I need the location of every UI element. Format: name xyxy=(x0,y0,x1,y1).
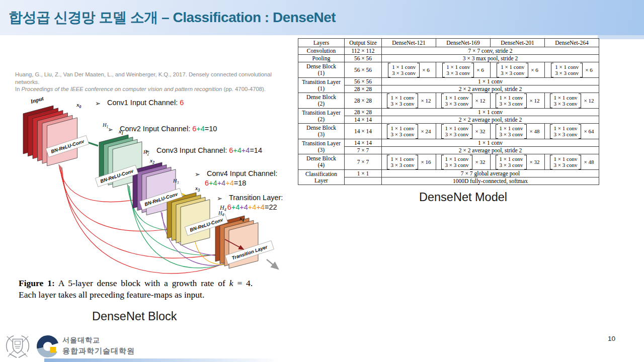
col-header-densenet-201: DenseNet-201 xyxy=(491,39,545,47)
transition-gold: +4 xyxy=(248,203,257,211)
col-header-densenet-169: DenseNet-169 xyxy=(436,39,491,47)
table-header-row: Layers Output Size DenseNet-121 DenseNet… xyxy=(298,39,599,47)
x2-label: x2 xyxy=(149,158,154,165)
classification-op-b-cell: 1000D fully-connected, softmax xyxy=(382,177,599,185)
slide-page: 합성곱 신경망 모델 소개 – Classification : DenseNe… xyxy=(0,0,644,362)
pooling-layer-cell: Pooling xyxy=(298,55,345,62)
transition-layer-3-output-b: 7 × 7 xyxy=(345,147,382,154)
x3-feature-stack xyxy=(167,193,210,245)
bullet-conv4-label: Conv4 Input Channel: xyxy=(207,169,277,177)
citation-line2-prefix: In xyxy=(15,86,22,92)
bullet-arrow-icon: ➢ xyxy=(144,146,150,156)
transition-layer-1-row-a: Transition Layer(1) 56 × 56 1 × 1 conv xyxy=(298,78,599,85)
h4-symbol: H4 xyxy=(220,204,226,211)
conv4-purple: +4 xyxy=(217,179,226,187)
bullet-transition: ➢ Transition Layer: H46+4+4+4+4=22 xyxy=(217,194,283,212)
footer-affiliation: 서울대학교 융합과학기술대학원 xyxy=(62,336,135,356)
conv3-green: +4 xyxy=(233,146,242,154)
bullet-conv1: ➢ Conv1 Input Channel: 6 xyxy=(95,99,184,108)
bullet-arrow-icon: ➢ xyxy=(95,99,101,108)
dense-block-1-169-cell: 1 × 1 conv3 × 3 conv× 6 xyxy=(436,62,491,78)
bullet-arrow-icon: ➢ xyxy=(195,169,200,179)
transition-layer-2-label-cell: Transition Layer(2) xyxy=(298,109,345,124)
transition-layer-2-output-b: 14 × 14 xyxy=(345,116,382,124)
bullet-transition-label: Transition Layer: xyxy=(229,194,283,202)
bullet-conv4: ➢ Conv4 Input Channel: 6+4+4+4=18 xyxy=(195,169,277,187)
classification-op-a-cell: 7 × 7 global average pool xyxy=(382,170,599,177)
col-header-densenet-264: DenseNet-264 xyxy=(545,39,599,47)
conv4-gold: +4 xyxy=(225,179,234,187)
green-connector-tick xyxy=(88,142,98,146)
conv1-value-red: 6 xyxy=(180,99,184,107)
classification-output-empty-cell xyxy=(345,177,382,185)
convolution-layer-cell: Convolution xyxy=(298,47,345,55)
figure-caption-pre: A 5-layer dense block with a growth rate… xyxy=(55,278,229,288)
figure-caption-post: = 4. xyxy=(233,278,253,288)
snu-crest-icon xyxy=(3,333,32,360)
dense-block-2-output-cell: 28 × 28 xyxy=(345,93,382,109)
citation-line2-italic: Proceedings of the IEEE conference on co… xyxy=(22,86,222,92)
logo-yellow-square xyxy=(50,347,56,353)
dense-block-4-row: Dense Block(4) 7 × 7 1 × 1 conv3 × 3 con… xyxy=(298,154,599,170)
dense-block-1-label-cell: Dense Block(1) xyxy=(298,62,345,78)
dense-block-4-121-cell: 1 × 1 conv3 × 3 conv× 16 xyxy=(382,154,436,170)
dense-block-2-label-cell: Dense Block(2) xyxy=(298,93,345,109)
dense-block-4-201-cell: 1 × 1 conv3 × 3 conv× 32 xyxy=(491,154,545,170)
dense-block-2-169-cell: 1 × 1 conv3 × 3 conv× 12 xyxy=(436,93,491,109)
conv2-total: =10 xyxy=(205,125,217,133)
transition-total: =22 xyxy=(265,203,277,211)
bullet-conv2: ➢ Conv2 Input Channel: 6+4=10 xyxy=(108,125,217,134)
dense-block-3-label-cell: Dense Block(3) xyxy=(298,124,345,139)
dense-block-4-label-cell: Dense Block(4) xyxy=(298,154,345,170)
transition-layer-1-label-cell: Transition Layer(1) xyxy=(298,78,345,93)
svg-text:Input: Input xyxy=(29,95,45,105)
convolution-row: Convolution 112 × 112 7 × 7 conv, stride… xyxy=(298,47,599,55)
bottom-accent-bar xyxy=(44,358,281,362)
aict-logo xyxy=(36,335,59,358)
dense-block-1-output-cell: 56 × 56 xyxy=(345,62,382,78)
transition-layer-1-output-b: 28 × 28 xyxy=(345,85,382,93)
densenet-block-label: DenseNet Block xyxy=(92,310,177,323)
dense-block-1-row: Dense Block(1) 56 × 56 1 × 1 conv3 × 3 c… xyxy=(298,62,599,78)
footer-department-name: 융합과학기술대학원 xyxy=(62,346,135,356)
dense-block-3-201-cell: 1 × 1 conv3 × 3 conv× 48 xyxy=(491,124,545,139)
dense-block-3-264-cell: 1 × 1 conv3 × 3 conv× 64 xyxy=(545,124,599,139)
footer-university-name: 서울대학교 xyxy=(62,336,135,345)
transition-layer-3-op-a: 1 × 1 conv xyxy=(382,139,599,147)
classification-label-cell: ClassificationLayer xyxy=(298,170,345,185)
dense-block-1-121-cell: 1 × 1 conv3 × 3 conv× 6 xyxy=(382,62,436,78)
classification-output-cell: 1 × 1 xyxy=(345,170,382,177)
citation: Huang, G., Liu, Z., Van Der Maaten, L., … xyxy=(15,71,277,93)
convolution-op-cell: 7 × 7 conv, stride 2 xyxy=(382,47,599,55)
dense-block-4-264-cell: 1 × 1 conv3 × 3 conv× 48 xyxy=(545,154,599,170)
dense-block-3-row: Dense Block(3) 14 × 14 1 × 1 conv3 × 3 c… xyxy=(298,124,599,139)
dense-block-3-121-cell: 1 × 1 conv3 × 3 conv× 24 xyxy=(382,124,436,139)
densenet-model-label: DenseNet Model xyxy=(419,191,507,204)
classification-row-a: ClassificationLayer 1 × 1 7 × 7 global a… xyxy=(298,170,599,177)
conv4-red: 6 xyxy=(205,179,209,187)
densenet-architecture-table: Layers Output Size DenseNet-121 DenseNet… xyxy=(298,38,599,185)
conv4-green: +4 xyxy=(209,179,217,187)
input-feature-stack xyxy=(23,106,77,166)
transition-layer-1-op-a: 1 × 1 conv xyxy=(382,78,599,85)
figure-caption-label: Figure 1: xyxy=(19,278,55,288)
bullet-conv1-label: Conv1 Input Channel: xyxy=(107,99,180,107)
col-header-densenet-121: DenseNet-121 xyxy=(382,39,436,47)
conv4-total: =18 xyxy=(234,179,247,187)
dense-block-2-264-cell: 1 × 1 conv3 × 3 conv× 12 xyxy=(545,93,599,109)
transition-layer-3-output-a: 14 × 14 xyxy=(345,139,382,147)
dense-block-3-169-cell: 1 × 1 conv3 × 3 conv× 32 xyxy=(436,124,491,139)
bullet-conv3-label: Conv3 Input Channel: xyxy=(156,146,229,154)
dense-block-1-264-cell: 1 × 1 conv3 × 3 conv× 6 xyxy=(545,62,599,78)
dense-block-2-201-cell: 1 × 1 conv3 × 3 conv× 12 xyxy=(491,93,545,109)
col-header-layers: Layers xyxy=(298,39,345,47)
transition-layer-1-op-b: 2 × 2 average pool, stride 2 xyxy=(382,85,599,93)
dense-block-4-output-cell: 7 × 7 xyxy=(345,154,382,170)
transition-layer-2-row-a: Transition Layer(2) 28 × 28 1 × 1 conv xyxy=(298,109,599,116)
pooling-output-cell: 56 × 56 xyxy=(345,55,382,62)
transition-orange: +4 xyxy=(256,203,265,211)
transition-layer-2-output-a: 28 × 28 xyxy=(345,109,382,116)
header-right-tab xyxy=(598,35,644,39)
dense-block-2-row: Dense Block(2) 28 × 28 1 × 1 conv3 × 3 c… xyxy=(298,93,599,109)
figure-caption: Figure 1: A 5-layer dense block with a g… xyxy=(19,278,260,300)
